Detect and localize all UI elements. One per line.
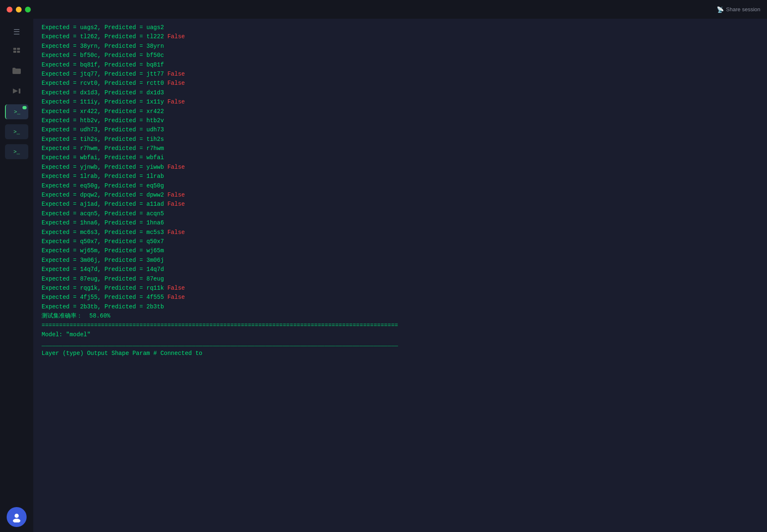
terminal-area: Expected = uags2, Predicted = uags2 Expe… (33, 19, 767, 532)
sidebar-folder-icon[interactable] (7, 64, 27, 80)
terminal-line-8: Expected = dx1d3, Predicted = dx1d3 (42, 88, 759, 97)
terminal-prompt-2: >_ (13, 129, 20, 135)
terminal-output[interactable]: Expected = uags2, Predicted = uags2 Expe… (33, 19, 767, 532)
accuracy-line: 测试集准确率： 58.60% (42, 311, 759, 320)
maximize-button[interactable] (25, 7, 31, 12)
svg-rect-1 (17, 48, 20, 50)
svg-point-7 (13, 519, 20, 522)
terminal-line-28: Expected = 87eug, Predicted = 87eug (42, 274, 759, 283)
titlebar: 📡 Share session (0, 0, 767, 19)
model-name-line: Model: "model" (42, 330, 759, 339)
terminal-line-21: Expected = acqn5, Predicted = acqn5 (42, 209, 759, 218)
terminal-line-16: Expected = yjnwb, Predicted = yiwwb Fals… (42, 163, 759, 172)
terminal-prompt-3: >_ (13, 149, 20, 155)
terminal-line-20: Expected = aj1ad, Predicted = a11ad Fals… (42, 200, 759, 209)
svg-rect-2 (13, 51, 16, 53)
terminal-line-31: Expected = 2b3tb, Predicted = 2b3tb (42, 302, 759, 311)
terminal-item-3[interactable]: >_ (5, 144, 28, 159)
terminal-line-18: Expected = eq50g, Predicted = eq50g (42, 181, 759, 190)
terminal-line-5: Expected = bq81f, Predicted = bq81f (42, 60, 759, 69)
terminal-line-12: Expected = udh73, Predicted = udh73 (42, 125, 759, 134)
forward-icon (12, 87, 21, 97)
terminal-line-22: Expected = 1hna6, Predicted = 1hna6 (42, 218, 759, 227)
terminal-prompt-1: >_ (14, 109, 20, 115)
hamburger-icon: ☰ (13, 27, 20, 37)
terminal-line-10: Expected = xr422, Predicted = xr422 (42, 107, 759, 116)
terminal-line-13: Expected = tih2s, Predicted = tih2s (42, 135, 759, 144)
table-header-line: Layer (type) Output Shape Param # Connec… (42, 349, 759, 358)
dash-line: ________________________________________… (42, 339, 759, 348)
terminal-item-2[interactable]: >_ (5, 124, 28, 139)
terminal-line-6: Expected = jtq77, Predicted = jtt77 Fals… (42, 69, 759, 79)
svg-rect-0 (13, 48, 16, 50)
grid-icon (12, 47, 21, 57)
terminal-item-1[interactable]: >_ (5, 104, 28, 119)
avatar[interactable] (7, 507, 27, 527)
svg-marker-4 (13, 89, 18, 94)
share-session-button[interactable]: 📡 Share session (717, 6, 760, 13)
terminal-line-3: Expected = 38yrn, Predicted = 38yrn (42, 42, 759, 51)
minimize-button[interactable] (16, 7, 22, 12)
terminal-line-11: Expected = htb2v, Predicted = htb2v (42, 116, 759, 125)
terminal-line-9: Expected = 1t1iy, Predicted = 1x11y Fals… (42, 97, 759, 106)
separator-line: ========================================… (42, 321, 759, 330)
terminal-line-27: Expected = 14q7d, Predicted = 14q7d (42, 265, 759, 274)
traffic-lights (7, 7, 31, 12)
main-layout: ☰ (0, 19, 767, 532)
terminal-line-29: Expected = rqg1k, Predicted = rq11k Fals… (42, 283, 759, 293)
terminal-line-1: Expected = uags2, Predicted = uags2 (42, 23, 759, 32)
terminal-line-30: Expected = 4fj55, Predicted = 4f555 Fals… (42, 293, 759, 302)
terminal-line-23: Expected = mc6s3, Predicted = mc5s3 Fals… (42, 228, 759, 237)
terminal-line-24: Expected = q50x7, Predicted = q50x7 (42, 237, 759, 246)
sidebar-grid-icon[interactable] (7, 44, 27, 60)
sidebar-forward-icon[interactable] (7, 84, 27, 100)
terminal-line-14: Expected = r7hwm, Predicted = r7hwm (42, 144, 759, 153)
terminal-line-25: Expected = wj65m, Predicted = wj65m (42, 246, 759, 255)
sidebar: ☰ (0, 19, 33, 532)
terminal-line-4: Expected = bf50c, Predicted = bf50c (42, 51, 759, 60)
sidebar-bottom (7, 507, 27, 527)
terminal-line-7: Expected = rcvt0, Predicted = rctt0 Fals… (42, 79, 759, 88)
svg-point-6 (15, 514, 19, 518)
terminal-line-26: Expected = 3m06j, Predicted = 3m06j (42, 256, 759, 265)
svg-rect-3 (17, 51, 20, 53)
terminal-line-17: Expected = 1lrab, Predicted = 1lrab (42, 172, 759, 181)
share-session-label: Share session (726, 6, 760, 12)
terminal-line-15: Expected = wbfai, Predicted = wbfai (42, 153, 759, 162)
folder-icon (12, 67, 21, 77)
svg-rect-5 (19, 89, 20, 94)
share-icon: 📡 (717, 6, 724, 13)
close-button[interactable] (7, 7, 12, 12)
terminal-line-19: Expected = dpqw2, Predicted = dpww2 Fals… (42, 190, 759, 200)
terminal-line-2: Expected = tl262, Predicted = tl222 Fals… (42, 32, 759, 41)
sidebar-menu-icon[interactable]: ☰ (7, 24, 27, 40)
